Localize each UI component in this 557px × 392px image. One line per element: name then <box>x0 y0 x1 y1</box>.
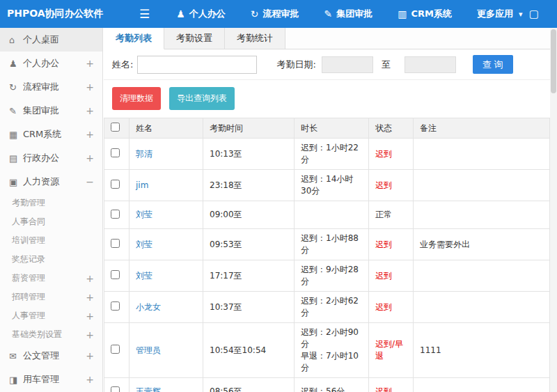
sidebar-item-desktop[interactable]: ⌂ 个人桌面 <box>0 28 102 52</box>
sidebar: ⌂ 个人桌面 ♟ 个人办公 + ↻ 流程审批 + ✎ 集团审批 + ▦ CRM系… <box>0 28 103 392</box>
row-name-link[interactable]: 小龙女 <box>136 302 161 312</box>
expand-plus-icon[interactable]: + <box>86 81 94 93</box>
row-checkbox[interactable] <box>111 239 120 248</box>
row-name-link[interactable]: 王壹辉 <box>136 386 161 392</box>
sidebar-sub-training[interactable]: 培训管理 <box>0 231 102 250</box>
expand-plus-icon[interactable]: + <box>86 129 94 140</box>
row-checkbox[interactable] <box>111 270 120 279</box>
clean-data-button[interactable]: 清理数据 <box>112 87 161 110</box>
row-remark <box>414 260 550 292</box>
row-name-link[interactable]: 管理员 <box>136 345 161 355</box>
sidebar-item-personal-office[interactable]: ♟ 个人办公 + <box>0 52 102 75</box>
row-time: 10:54至10:54 <box>203 323 295 378</box>
edit-icon: ✎ <box>9 106 23 116</box>
date-from-input[interactable] <box>322 56 373 73</box>
row-checkbox[interactable] <box>111 386 120 392</box>
nav-personal-office[interactable]: ♟ 个人办公 <box>176 8 226 20</box>
name-filter-input[interactable] <box>137 56 257 74</box>
chevron-down-icon: ▾ <box>519 10 523 19</box>
sidebar-sub-rewards[interactable]: 奖惩记录 <box>0 250 102 269</box>
row-name-link[interactable]: 刘莹 <box>136 240 152 249</box>
sidebar-item-hr[interactable]: ▣ 人力资源 − <box>0 170 102 194</box>
fullscreen-icon[interactable]: ▢ <box>529 8 539 20</box>
row-duration: 迟到：14小时30分 <box>295 170 369 201</box>
document-icon: ✉ <box>9 351 23 361</box>
row-status: 迟到 <box>369 260 414 292</box>
row-checkbox[interactable] <box>111 148 120 157</box>
scrollbar-thumb[interactable] <box>551 29 556 93</box>
expand-plus-icon[interactable]: + <box>86 311 94 322</box>
row-name-link[interactable]: 郭清 <box>136 149 152 159</box>
vehicle-icon: ◨ <box>9 375 23 385</box>
sidebar-item-workflow[interactable]: ↻ 流程审批 + <box>0 75 102 99</box>
row-remark: 业务需要外出 <box>414 229 550 260</box>
row-status: 迟到 <box>369 292 414 323</box>
expand-plus-icon[interactable]: + <box>86 292 94 303</box>
date-filter-label: 考勤日期: <box>276 58 315 71</box>
expand-plus-icon[interactable]: + <box>86 273 94 284</box>
row-status: 迟到 <box>369 229 414 260</box>
row-checkbox[interactable] <box>111 301 120 311</box>
row-time: 10:37至 <box>203 292 295 323</box>
expand-plus-icon[interactable]: + <box>86 350 94 361</box>
row-status: 迟到 <box>369 139 414 170</box>
row-remark <box>414 170 550 201</box>
row-checkbox[interactable] <box>111 210 120 219</box>
row-name-link[interactable]: jim <box>136 180 148 190</box>
sidebar-item-group-approval[interactable]: ✎ 集团审批 + <box>0 99 102 123</box>
nav-workflow-approval[interactable]: ↻ 流程审批 <box>251 8 299 20</box>
nav-more-apps[interactable]: 更多应用 ▾ <box>477 8 523 20</box>
col-status: 状态 <box>369 118 414 139</box>
row-name-link[interactable]: 刘莹 <box>136 271 152 281</box>
row-duration: 迟到：2小时62分 <box>295 292 369 323</box>
nav-label: 流程审批 <box>263 8 299 20</box>
sidebar-sub-personnel[interactable]: 人事管理 + <box>0 306 102 325</box>
row-checkbox[interactable] <box>111 345 120 354</box>
row-duration: 迟到：1小时88分 <box>295 229 369 260</box>
attendance-table-body: 郭清 10:13至 迟到：1小时22分 迟到 jim 23:18至 迟到：14小… <box>104 139 550 392</box>
sidebar-sub-base-category[interactable]: 基础类别设置 + <box>0 325 102 344</box>
main-content: 考勤列表 考勤设置 考勤统计 姓名: 考勤日期: 至 查 询 清理数据 导出查询… <box>104 28 550 392</box>
row-duration: 迟到：9小时28分 <box>295 260 369 292</box>
expand-plus-icon[interactable]: + <box>86 58 94 69</box>
row-duration: 迟到：1小时22分 <box>295 139 369 170</box>
collapse-minus-icon[interactable]: − <box>86 176 94 187</box>
sidebar-item-documents[interactable]: ✉ 公文管理 + <box>0 344 102 368</box>
person-icon: ♟ <box>176 8 185 19</box>
sidebar-item-vehicle[interactable]: ◨ 用车管理 + <box>0 368 102 391</box>
sidebar-item-admin-office[interactable]: ▤ 行政办公 + <box>0 146 102 170</box>
row-remark <box>414 292 550 323</box>
nav-label: CRM系统 <box>411 8 453 20</box>
home-icon: ⌂ <box>9 35 23 45</box>
row-name-link[interactable]: 刘莹 <box>136 210 152 219</box>
export-list-button[interactable]: 导出查询列表 <box>169 87 235 110</box>
table-row: 管理员 10:54至10:54 迟到：2小时90分早退：7小时10分 迟到/早退… <box>104 323 550 378</box>
date-to-input[interactable] <box>405 56 456 73</box>
expand-plus-icon[interactable]: + <box>86 374 94 385</box>
hamburger-menu-icon[interactable]: ☰ <box>139 7 150 21</box>
expand-plus-icon[interactable]: + <box>86 329 94 340</box>
nav-crm-system[interactable]: ▥ CRM系统 <box>398 8 452 20</box>
expand-plus-icon[interactable]: + <box>86 105 94 116</box>
sidebar-sub-recruit[interactable]: 招聘管理 + <box>0 288 102 306</box>
vertical-scrollbar[interactable] <box>550 28 557 392</box>
attendance-table: 姓名 考勤时间 时长 状态 备注 郭清 10:13至 迟到：1小时22分 迟到 … <box>104 118 550 392</box>
row-duration: 迟到：2小时90分早退：7小时10分 <box>295 323 369 378</box>
nav-label: 集团审批 <box>336 8 372 20</box>
select-all-checkbox[interactable] <box>111 123 120 132</box>
row-remark: 1111 <box>414 323 550 378</box>
nav-group-approval[interactable]: ✎ 集团审批 <box>324 8 373 20</box>
row-duration: 迟到：56分 <box>295 378 369 392</box>
row-checkbox[interactable] <box>111 180 120 189</box>
search-button[interactable]: 查 询 <box>473 55 513 74</box>
tab-attendance-settings[interactable]: 考勤设置 <box>164 28 225 49</box>
sidebar-sub-contract[interactable]: 人事合同 <box>0 212 102 231</box>
tab-bar: 考勤列表 考勤设置 考勤统计 <box>104 28 550 49</box>
sidebar-sub-salary[interactable]: 薪资管理 + <box>0 269 102 288</box>
tab-attendance-stats[interactable]: 考勤统计 <box>225 28 285 49</box>
row-time: 08:56至 <box>203 378 295 392</box>
expand-plus-icon[interactable]: + <box>86 152 94 164</box>
sidebar-sub-attendance[interactable]: 考勤管理 <box>0 194 102 212</box>
sidebar-item-crm[interactable]: ▦ CRM系统 + <box>0 123 102 146</box>
tab-attendance-list[interactable]: 考勤列表 <box>104 28 164 49</box>
